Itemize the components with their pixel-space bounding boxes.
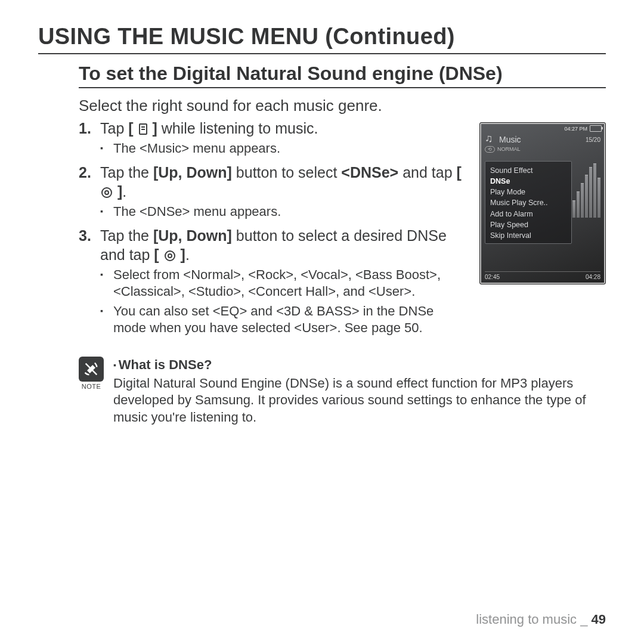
step-1: Tap [ ] while listening to music. The <M… xyxy=(79,119,465,157)
step-2-sub: The <DNSe> menu appears. xyxy=(100,203,465,220)
menu-item-music-play-screen: Music Play Scre.. xyxy=(490,197,566,208)
page-number: 49 xyxy=(592,612,606,627)
menu-item-add-to-alarm: Add to Alarm xyxy=(490,209,566,219)
device-subheader: ⟲NORMAL xyxy=(480,146,605,155)
elapsed-time: 02:45 xyxy=(485,274,500,280)
track-count: 15/20 xyxy=(586,137,600,143)
step-3-sub-1: Select from <Normal>, <Rock>, <Vocal>, <… xyxy=(100,267,465,300)
device-clock: 04:27 PM xyxy=(564,126,587,132)
total-time: 04:28 xyxy=(586,274,600,280)
note-body: Digital Natural Sound Engine (DNSe) is a… xyxy=(113,375,606,426)
menu-item-play-mode: Play Mode xyxy=(490,187,566,197)
note-label: NOTE xyxy=(79,383,104,390)
device-mode: NORMAL xyxy=(497,146,521,152)
step-2-bracket-close: ] xyxy=(113,183,122,200)
step-1-tail: while listening to music. xyxy=(157,120,318,137)
menu-item-play-speed: Play Speed xyxy=(490,219,566,230)
menu-item-sound-effect: Sound Effect xyxy=(490,165,566,176)
steps-column: Tap [ ] while listening to music. The <M… xyxy=(79,119,465,342)
step-3-pre: Tap the xyxy=(100,227,153,244)
step-1-bracket-close: ] xyxy=(148,120,157,137)
device-header-title: Music xyxy=(499,135,521,144)
step-2-bold-1: [Up, Down] xyxy=(153,164,232,181)
menu-item-dnse: DNSe xyxy=(490,176,566,187)
page-footer: listening to music _ 49 xyxy=(476,612,606,627)
battery-icon xyxy=(590,125,602,132)
footer-section: listening to music _ xyxy=(476,612,591,627)
music-note-icon xyxy=(485,134,496,145)
note-icon xyxy=(79,357,104,382)
section-title: To set the Digital Natural Sound engine … xyxy=(79,63,606,88)
step-3-end: . xyxy=(185,246,190,263)
note-heading: What is DNSe? xyxy=(119,357,212,372)
step-3-bracket-open: [ xyxy=(154,246,163,263)
step-3-bracket-close: ] xyxy=(177,246,185,263)
note-badge: NOTE xyxy=(79,357,104,427)
device-preview: 04:27 PM Music 15/20 ⟲NORMAL Sound Effec… xyxy=(479,122,606,284)
step-2: Tap the [Up, Down] button to select <DNS… xyxy=(79,163,465,220)
step-3-sub-2: You can also set <EQ> and <3D & BASS> in… xyxy=(100,303,465,336)
device-header: Music 15/20 xyxy=(480,134,605,146)
intro-text: Select the right sound for each music ge… xyxy=(79,97,606,115)
step-2-mid1: button to select xyxy=(232,164,341,181)
step-1-sub: The <Music> menu appears. xyxy=(100,140,465,157)
step-2-mid2: and tap xyxy=(398,164,456,181)
equalizer-icon xyxy=(572,161,600,218)
device-menu: Sound Effect DNSe Play Mode Music Play S… xyxy=(485,161,572,244)
step-2-pre: Tap the xyxy=(100,164,153,181)
page-title: USING THE MUSIC MENU (Continued) xyxy=(38,24,606,54)
repeat-icon: ⟲ xyxy=(485,146,495,153)
step-2-bold-2: <DNSe> xyxy=(341,164,398,181)
device-status-bar: 04:27 PM xyxy=(480,123,605,134)
select-button-icon xyxy=(101,187,112,198)
note-text: What is DNSe? Digital Natural Sound Engi… xyxy=(113,357,606,427)
step-1-bracket-open: [ xyxy=(128,120,137,137)
step-3: Tap the [Up, Down] button to select a de… xyxy=(79,226,465,336)
menu-button-icon xyxy=(139,123,147,135)
step-2-bracket-open: [ xyxy=(457,164,462,181)
menu-item-skip-interval: Skip Interval xyxy=(490,230,566,241)
step-3-bold-1: [Up, Down] xyxy=(153,227,232,244)
device-footer: 02:45 04:28 xyxy=(485,271,600,280)
step-2-end: . xyxy=(122,183,126,200)
step-1-text: Tap xyxy=(100,120,128,137)
select-button-icon xyxy=(165,250,175,261)
